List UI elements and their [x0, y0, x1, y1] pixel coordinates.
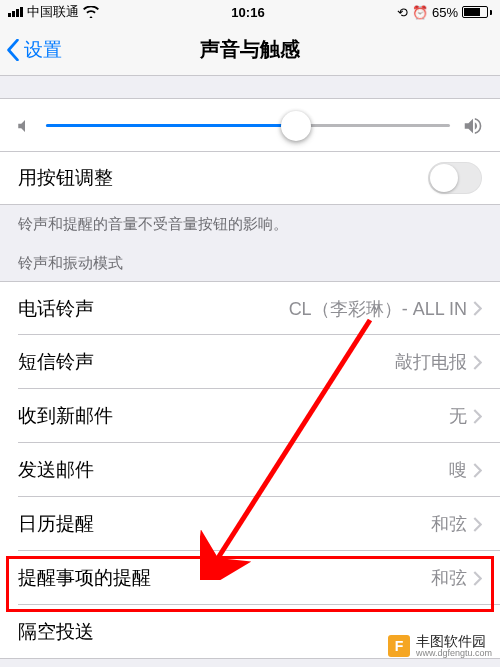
reminder-value: 和弦: [431, 566, 467, 590]
nav-bar: 设置 声音与触感: [0, 24, 500, 76]
reminder-row[interactable]: 提醒事项的提醒 和弦: [0, 551, 500, 605]
volume-slider[interactable]: [46, 124, 450, 127]
text-tone-label: 短信铃声: [18, 349, 94, 375]
sent-mail-label: 发送邮件: [18, 457, 94, 483]
button-adjust-row[interactable]: 用按钮调整: [0, 151, 500, 205]
chevron-left-icon: [6, 39, 20, 61]
battery-icon: [462, 6, 492, 18]
chevron-right-icon: [473, 301, 482, 316]
volume-footer: 铃声和提醒的音量不受音量按钮的影响。: [0, 205, 500, 234]
button-adjust-label: 用按钮调整: [18, 165, 113, 191]
sent-mail-row[interactable]: 发送邮件 嗖: [0, 443, 500, 497]
watermark-logo-icon: F: [388, 635, 410, 657]
orientation-lock-icon: ⟲: [397, 5, 408, 20]
speaker-high-icon: [462, 115, 484, 137]
watermark-brand: 丰图软件园: [416, 634, 492, 649]
section-header: 铃声和振动模式: [0, 234, 500, 281]
calendar-value: 和弦: [431, 512, 467, 536]
carrier-label: 中国联通: [27, 3, 79, 21]
chevron-right-icon: [473, 571, 482, 586]
calendar-row[interactable]: 日历提醒 和弦: [0, 497, 500, 551]
volume-slider-row: [0, 98, 500, 152]
button-adjust-toggle[interactable]: [428, 162, 482, 194]
slider-thumb[interactable]: [281, 111, 311, 141]
back-label: 设置: [24, 37, 62, 63]
text-tone-row[interactable]: 短信铃声 敲打电报: [0, 335, 500, 389]
speaker-low-icon: [16, 117, 34, 135]
new-mail-label: 收到新邮件: [18, 403, 113, 429]
chevron-right-icon: [473, 355, 482, 370]
sent-mail-value: 嗖: [449, 458, 467, 482]
page-title: 声音与触感: [200, 36, 300, 63]
back-button[interactable]: 设置: [0, 37, 62, 63]
chevron-right-icon: [473, 517, 482, 532]
wifi-icon: [83, 6, 99, 18]
airdrop-label: 隔空投送: [18, 619, 94, 645]
status-bar: 中国联通 10:16 ⟲ ⏰ 65%: [0, 0, 500, 24]
calendar-label: 日历提醒: [18, 511, 94, 537]
chevron-right-icon: [473, 409, 482, 424]
ringtone-label: 电话铃声: [18, 296, 94, 322]
status-time: 10:16: [231, 5, 264, 20]
battery-pct: 65%: [432, 5, 458, 20]
signal-icon: [8, 7, 23, 17]
new-mail-value: 无: [449, 404, 467, 428]
reminder-label: 提醒事项的提醒: [18, 565, 151, 591]
ringtone-row[interactable]: 电话铃声 CL（李彩琳）- ALL IN: [0, 281, 500, 335]
new-mail-row[interactable]: 收到新邮件 无: [0, 389, 500, 443]
text-tone-value: 敲打电报: [395, 350, 467, 374]
alarm-icon: ⏰: [412, 5, 428, 20]
ringtone-value: CL（李彩琳）- ALL IN: [289, 297, 467, 321]
watermark: F 丰图软件园 www.dgfengtu.com: [388, 634, 492, 659]
watermark-url: www.dgfengtu.com: [416, 649, 492, 659]
chevron-right-icon: [473, 463, 482, 478]
